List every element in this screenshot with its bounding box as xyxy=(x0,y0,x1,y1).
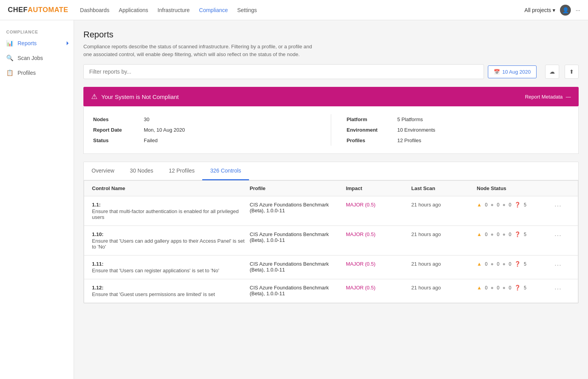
unknown-count: 5 xyxy=(524,232,526,237)
sidebar-profiles-label: Profiles xyxy=(18,70,36,76)
app-logo: CHEFAUTOMATE xyxy=(8,6,68,14)
impact-cell: MAJOR (0.5) xyxy=(346,285,408,291)
metadata-profiles: Profiles 12 Profiles xyxy=(347,135,569,146)
download-icon: ☁ xyxy=(549,69,555,75)
warn-count: 0 xyxy=(485,232,487,237)
sidebar-item-profiles[interactable]: 📋 Profiles xyxy=(0,65,74,80)
metadata-left: Nodes 30 Report Date Mon, 10 Aug 2020 St… xyxy=(93,114,331,146)
tabs-and-table: Overview 30 Nodes 12 Profiles 326 Contro… xyxy=(83,162,579,303)
last-scan-cell: 21 hours ago xyxy=(411,285,473,291)
row-actions-cell[interactable]: ··· xyxy=(554,202,570,210)
profiles-meta-value: 12 Profiles xyxy=(397,137,421,143)
unknown-count: 5 xyxy=(524,202,526,208)
control-name-cell: 1.10: Ensure that 'Users can add gallery… xyxy=(92,231,246,250)
metadata-report-date: Report Date Mon, 10 Aug 2020 xyxy=(93,125,315,135)
platform-label: Platform xyxy=(347,116,397,122)
metadata-right: Platform 5 Platforms Environment 10 Envi… xyxy=(331,114,569,146)
table-row: 1.1: Ensure that multi-factor authentica… xyxy=(84,196,578,226)
skip-count: 0 xyxy=(509,261,511,267)
warn-count: 0 xyxy=(485,261,487,267)
impact-value: MAJOR (0.5) xyxy=(346,202,376,208)
tab-nodes[interactable]: 30 Nodes xyxy=(122,162,161,180)
control-id: 1.1: xyxy=(92,202,246,208)
row-actions-cell[interactable]: ··· xyxy=(554,261,570,269)
more-options-button[interactable]: ··· xyxy=(554,261,562,269)
filter-bar-outer: 📅 10 Aug 2020 ☁ ⬆ xyxy=(83,64,579,79)
nav-applications[interactable]: Applications xyxy=(119,7,148,13)
tab-profiles[interactable]: 12 Profiles xyxy=(161,162,202,180)
banner-left: ⚠ Your System is Not Compliant xyxy=(91,92,179,101)
node-status-cell: ▲0 ●0 ●0 ❓5 xyxy=(477,202,551,208)
header-actions xyxy=(554,185,570,191)
ok-icon: ● xyxy=(491,285,494,291)
tab-overview[interactable]: Overview xyxy=(84,162,122,180)
warn-icon: ▲ xyxy=(477,202,482,208)
chevron-down-icon: ▾ xyxy=(553,7,555,13)
ok-count: 0 xyxy=(497,202,500,208)
header-control-name: Control Name xyxy=(92,185,246,191)
header-impact: Impact xyxy=(346,185,408,191)
projects-dropdown[interactable]: All projects ▾ xyxy=(524,7,555,13)
report-metadata-label: Report Metadata xyxy=(525,94,563,100)
calendar-icon: 📅 xyxy=(494,69,500,75)
impact-value: MAJOR (0.5) xyxy=(346,231,376,237)
sidebar-section-compliance: COMPLIANCE xyxy=(0,26,74,36)
nav-infrastructure[interactable]: Infrastructure xyxy=(157,7,189,13)
more-options-button[interactable]: ··· xyxy=(554,202,562,210)
last-scan-cell: 21 hours ago xyxy=(411,202,473,208)
control-description: Ensure that 'Users can register applicat… xyxy=(92,268,246,273)
download-button[interactable]: ☁ xyxy=(545,65,559,79)
skip-icon: ● xyxy=(503,285,506,291)
control-name-cell: 1.1: Ensure that multi-factor authentica… xyxy=(92,202,246,220)
projects-label: All projects xyxy=(524,7,551,13)
status-value: Failed xyxy=(144,137,157,143)
banner-text: Your System is Not Compliant xyxy=(101,93,179,100)
skip-icon: ● xyxy=(503,261,506,267)
tab-controls[interactable]: 326 Controls xyxy=(202,162,249,180)
share-button[interactable]: ⬆ xyxy=(565,65,579,79)
status-label: Status xyxy=(93,137,144,143)
node-status-cell: ▲0 ●0 ●0 ❓5 xyxy=(477,231,551,237)
warn-count: 0 xyxy=(485,202,487,208)
profiles-meta-label: Profiles xyxy=(347,137,397,143)
nav-settings[interactable]: Settings xyxy=(237,7,257,13)
user-avatar[interactable]: 👤 xyxy=(560,5,571,16)
unknown-count: 5 xyxy=(524,261,526,267)
metadata-section: Nodes 30 Report Date Mon, 10 Aug 2020 St… xyxy=(83,106,579,154)
top-nav: CHEFAUTOMATE Dashboards Applications Inf… xyxy=(0,0,588,20)
row-actions-cell[interactable]: ··· xyxy=(554,285,570,293)
warn-icon: ▲ xyxy=(477,261,482,267)
report-metadata-toggle[interactable]: Report Metadata — xyxy=(525,94,571,100)
profiles-icon: 📋 xyxy=(6,69,14,76)
table-row: 1.10: Ensure that 'Users can add gallery… xyxy=(84,226,578,256)
nav-compliance[interactable]: Compliance xyxy=(199,7,228,13)
profile-cell: CIS Azure Foundations Benchmark (Beta), … xyxy=(250,285,342,296)
filter-input[interactable] xyxy=(84,65,484,79)
impact-cell: MAJOR (0.5) xyxy=(346,261,408,267)
controls-table: Control Name Profile Impact Last Scan No… xyxy=(84,180,578,303)
ok-count: 0 xyxy=(497,261,500,267)
sidebar-item-reports[interactable]: 📊 Reports xyxy=(0,36,74,51)
metadata-grid: Nodes 30 Report Date Mon, 10 Aug 2020 St… xyxy=(93,114,569,146)
nav-dashboards[interactable]: Dashboards xyxy=(80,7,109,13)
nodes-label: Nodes xyxy=(93,116,144,122)
more-options-button[interactable]: ··· xyxy=(554,231,562,239)
profile-cell: CIS Azure Foundations Benchmark (Beta), … xyxy=(250,202,342,213)
header-node-status: Node Status xyxy=(477,185,551,191)
scan-jobs-icon: 🔍 xyxy=(6,55,14,62)
tabs-bar: Overview 30 Nodes 12 Profiles 326 Contro… xyxy=(84,162,578,180)
ok-count: 0 xyxy=(497,232,500,237)
date-picker-button[interactable]: 📅 10 Aug 2020 xyxy=(488,65,537,78)
more-options-button[interactable]: ··· xyxy=(554,285,562,293)
ok-count: 0 xyxy=(497,285,500,291)
header-last-scan: Last Scan xyxy=(411,185,473,191)
impact-value: MAJOR (0.5) xyxy=(346,285,376,291)
control-id: 1.12: xyxy=(92,285,246,291)
environment-label: Environment xyxy=(347,127,397,133)
sidebar-item-scan-jobs[interactable]: 🔍 Scan Jobs xyxy=(0,51,74,65)
top-nav-right: All projects ▾ 👤 ··· xyxy=(524,5,580,16)
user-menu-dots[interactable]: ··· xyxy=(576,7,580,13)
row-actions-cell[interactable]: ··· xyxy=(554,231,570,240)
skip-icon: ● xyxy=(503,231,506,237)
compliance-banner: ⚠ Your System is Not Compliant Report Me… xyxy=(83,87,579,106)
